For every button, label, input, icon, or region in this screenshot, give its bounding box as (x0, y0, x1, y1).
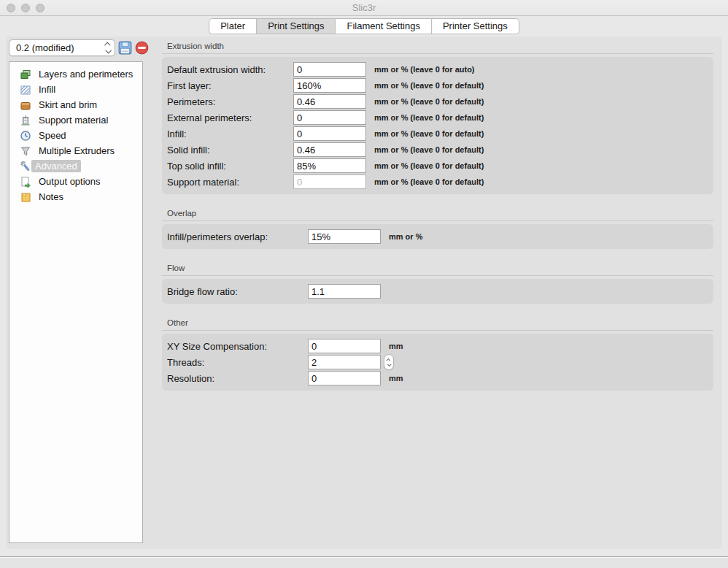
form-row: Default extrusion width: mm or % (leave … (162, 61, 713, 77)
section-extrusion-width: Default extrusion width: mm or % (leave … (162, 57, 713, 194)
form-row: External perimeters: mm or % (leave 0 fo… (162, 110, 713, 126)
tree-item-support-material[interactable]: Support material (9, 112, 142, 128)
tab-print-settings[interactable]: Print Settings (256, 18, 336, 34)
support-material-width-input[interactable] (293, 174, 366, 189)
layers-icon (20, 69, 31, 80)
tab-plater[interactable]: Plater (209, 18, 257, 34)
section-title-other: Other (162, 318, 713, 331)
tree-item-speed[interactable]: Speed (9, 128, 142, 143)
form-row: Resolution: mm (162, 370, 713, 386)
units-hint: mm or % (leave 0 for default) (374, 145, 484, 154)
form-row: Infill/perimeters overlap: mm or % (162, 229, 713, 245)
tree-item-skirt-and-brim[interactable]: Skirt and brim (9, 97, 142, 112)
threads-input[interactable] (308, 355, 381, 369)
section-title-overlap: Overlap (162, 209, 713, 221)
form-row: Perimeters: mm or % (leave 0 for default… (162, 93, 713, 110)
form-row: Solid infill: mm or % (leave 0 for defau… (162, 142, 713, 158)
speed-icon (20, 130, 31, 142)
print-settings-panel: 0.2 (modified) (6, 37, 722, 549)
units-hint: mm or % (leave 0 for default) (374, 97, 484, 106)
xy-size-compensation-input[interactable] (308, 339, 381, 353)
form-row: Bridge flow ratio: (162, 283, 713, 299)
units-hint: mm or % (leave 0 for default) (374, 113, 484, 122)
window-controls (7, 4, 44, 12)
bridge-flow-ratio-input[interactable] (308, 284, 381, 299)
titlebar: Slic3r (0, 0, 728, 16)
settings-tree: Layers and perimeters Infill Skirt and b… (9, 61, 143, 543)
preset-value: 0.2 (modified) (16, 42, 106, 53)
first-layer-width-input[interactable] (293, 78, 366, 93)
zoom-button[interactable] (36, 4, 44, 12)
resolution-input[interactable] (308, 371, 381, 385)
section-title-flow: Flow (162, 264, 713, 276)
tab-printer-settings[interactable]: Printer Settings (431, 18, 519, 34)
preset-row: 0.2 (modified) (9, 39, 149, 56)
form-row: XY Size Compensation: mm (162, 338, 713, 354)
units-hint: mm or % (leave 0 for default) (374, 129, 484, 138)
floppy-disk-icon (118, 41, 132, 55)
form-row: First layer: mm or % (leave 0 for defaul… (162, 77, 713, 93)
units-hint: mm or % (389, 232, 422, 241)
tree-item-notes[interactable]: Notes (9, 189, 142, 204)
notes-icon (20, 191, 31, 203)
units-hint: mm or % (leave 0 for default) (374, 161, 484, 170)
section-overlap: Infill/perimeters overlap: mm or % (162, 224, 713, 249)
extruders-icon (20, 145, 31, 157)
window-title: Slic3r (0, 0, 728, 15)
delete-preset-button[interactable] (135, 41, 149, 55)
wrench-icon (20, 161, 31, 172)
units-hint: mm or % (leave 0 for default) (374, 177, 484, 186)
main-tabbar: Plater Print Settings Filament Settings … (209, 18, 519, 34)
spinner-up-icon (386, 358, 390, 362)
top-solid-infill-width-input[interactable] (293, 158, 366, 173)
form-row: Top solid infill: mm or % (leave 0 for d… (162, 158, 713, 174)
section-flow: Bridge flow ratio: (162, 279, 713, 304)
units-hint: mm or % (leave 0 for default) (374, 81, 484, 90)
units-hint: mm (389, 374, 403, 383)
perimeters-width-input[interactable] (293, 94, 366, 109)
preset-dropdown[interactable]: 0.2 (modified) (9, 39, 115, 56)
section-other: XY Size Compensation: mm Threads: Resolu… (162, 334, 713, 391)
dropdown-stepper-icon (106, 42, 111, 53)
save-preset-button[interactable] (118, 41, 132, 55)
tree-item-multiple-extruders[interactable]: Multiple Extruders (9, 143, 142, 158)
units-hint: mm (389, 342, 403, 350)
form-row: Support material: mm or % (leave 0 for d… (162, 174, 713, 190)
infill-width-input[interactable] (293, 126, 366, 141)
support-icon (20, 115, 31, 126)
external-perimeters-width-input[interactable] (293, 110, 366, 125)
form-row: Threads: (162, 354, 713, 370)
minimize-button[interactable] (21, 4, 30, 12)
section-title-extrusion-width: Extrusion width (162, 42, 713, 54)
units-hint: mm or % (leave 0 for auto) (374, 65, 475, 74)
infill-perimeters-overlap-input[interactable] (308, 229, 381, 244)
tree-item-layers-and-perimeters[interactable]: Layers and perimeters (9, 66, 142, 82)
solid-infill-width-input[interactable] (293, 142, 366, 157)
tree-item-advanced[interactable]: Advanced (9, 158, 142, 174)
red-minus-icon (135, 41, 149, 55)
advanced-settings-page: Extrusion width Default extrusion width:… (162, 42, 713, 405)
form-row: Infill: mm or % (leave 0 for default) (162, 126, 713, 142)
tab-filament-settings[interactable]: Filament Settings (335, 18, 431, 34)
status-bar (0, 556, 728, 568)
skirt-icon (20, 99, 31, 111)
output-icon (20, 176, 31, 188)
tree-item-output-options[interactable]: Output options (9, 174, 142, 189)
tree-item-infill[interactable]: Infill (9, 82, 142, 97)
default-extrusion-width-input[interactable] (293, 62, 366, 77)
spinner-down-icon (387, 362, 392, 366)
infill-icon (20, 84, 31, 96)
close-button[interactable] (7, 4, 15, 12)
threads-spinner[interactable] (384, 354, 394, 370)
